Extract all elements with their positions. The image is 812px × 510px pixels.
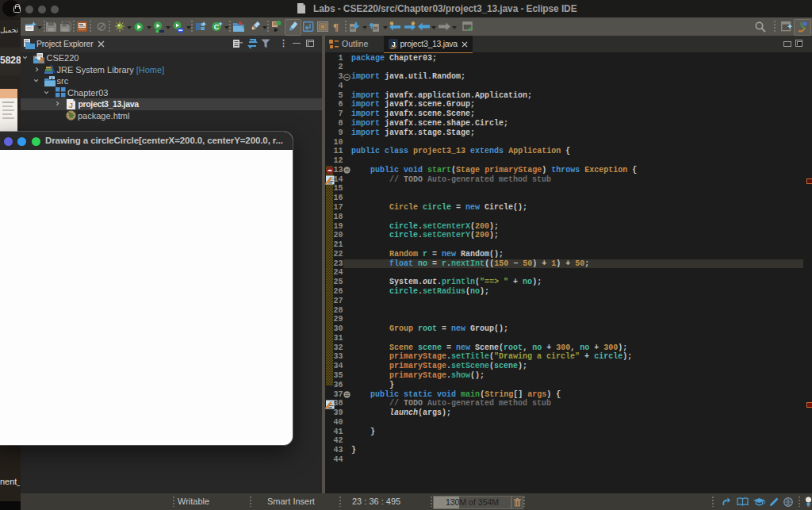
svg-text:J: J bbox=[69, 100, 73, 109]
svg-text:C: C bbox=[214, 23, 220, 31]
